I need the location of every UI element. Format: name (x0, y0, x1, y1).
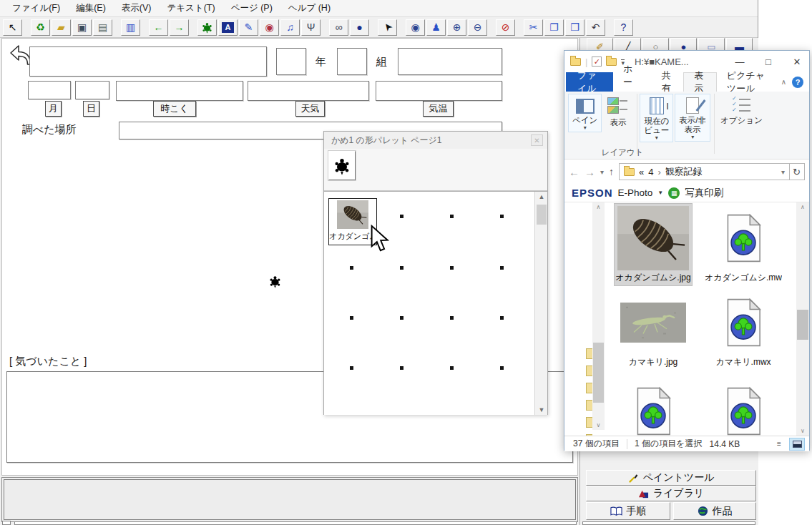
shape-slot[interactable] (400, 266, 403, 270)
open-file-button[interactable]: ▰ (52, 19, 71, 36)
pencil-line-button[interactable]: ╱ (615, 38, 641, 50)
weather-label-button[interactable]: 天気 (295, 101, 325, 117)
palette-close-button[interactable]: ✕ (531, 134, 543, 146)
menu-page[interactable]: ページ (P) (223, 0, 280, 16)
tree-folder-icon[interactable] (586, 417, 592, 428)
tab-ファイル[interactable]: ファイル (566, 72, 613, 92)
forward-icon[interactable]: → (584, 166, 595, 178)
record-tool-button[interactable]: Ψ (301, 19, 321, 36)
rect-filled-button[interactable]: ▬ (726, 38, 753, 50)
day-field[interactable] (75, 81, 109, 99)
cut-button[interactable]: ✂ (524, 19, 543, 36)
month-label-button[interactable]: 月 (45, 101, 62, 117)
scroll-thumb[interactable] (797, 310, 808, 340)
copy-button[interactable]: ❐ (544, 19, 564, 36)
file-item[interactable]: カマキリ.jpg (615, 288, 692, 370)
scroll-thumb[interactable] (537, 205, 547, 225)
details-view-button[interactable]: ≡ (771, 438, 787, 451)
prev-page-button[interactable]: ← (149, 19, 168, 36)
navigation-pane[interactable] (564, 202, 592, 436)
address-dropdown-icon[interactable]: ▾ (781, 168, 785, 176)
shape-slot[interactable] (450, 316, 454, 320)
shape-slot[interactable] (500, 266, 504, 270)
palette-scrollbar[interactable]: ▲ ▼ (534, 192, 547, 415)
tree-folder-icon[interactable] (586, 348, 592, 359)
shape-slot[interactable] (450, 266, 454, 270)
ellipse-outline-button[interactable]: ○ (642, 38, 669, 50)
tab-表示[interactable]: 表示 (683, 72, 717, 92)
temperature-label-button[interactable]: 気温 (423, 101, 454, 117)
shape-cell-pillbug[interactable]: オカダンゴムシ (328, 198, 377, 245)
title-field[interactable] (29, 46, 267, 77)
tab-ピクチャ ツール[interactable]: ピクチャ ツール (717, 72, 781, 92)
temperature-field[interactable] (376, 81, 502, 101)
ellipse-filled-button[interactable]: ● (670, 38, 697, 50)
tree-folder-icon[interactable] (586, 365, 592, 376)
web-tool-button[interactable]: ● (350, 19, 369, 36)
paint-pen-button[interactable]: ✐ (587, 38, 613, 50)
month-field[interactable] (28, 81, 71, 99)
stop-button[interactable]: ⊘ (496, 19, 515, 36)
weather-field[interactable] (248, 81, 369, 101)
tab-共有[interactable]: 共有 (652, 72, 684, 92)
crumb-current[interactable]: 観察記録 (665, 165, 703, 178)
shape-slot[interactable] (350, 366, 353, 370)
up-icon[interactable]: ↑ (609, 166, 614, 177)
draw-tool-button[interactable]: ✎ (239, 19, 258, 36)
file-item[interactable]: オカダンゴムシ.mwx (705, 204, 782, 285)
menu-help[interactable]: ヘルプ (H) (280, 0, 338, 16)
palette-turtle-tab[interactable] (328, 151, 356, 180)
show-hide-button[interactable]: 表示/非表示▾ (675, 94, 710, 142)
ephoto-menu[interactable]: E-Photo (618, 187, 653, 198)
works-button[interactable]: 作品 (673, 502, 756, 520)
shape-slot[interactable] (400, 215, 403, 218)
paint-tools-button[interactable]: ペイントツール (586, 470, 756, 486)
turtle-tool-button[interactable] (197, 19, 217, 36)
file-item[interactable] (705, 377, 782, 436)
scroll-up-icon[interactable]: ∧ (796, 204, 809, 210)
shape-slot[interactable] (500, 316, 504, 320)
zoom-out-button[interactable]: ⊖ (468, 19, 487, 36)
scroll-up-icon[interactable]: ▲ (535, 192, 547, 202)
save-file-button[interactable]: ▣ (72, 19, 92, 36)
day-label-button[interactable]: 日 (83, 101, 99, 117)
photo-print-icon[interactable]: ▦ (668, 187, 680, 199)
tab-ホーム[interactable]: ホーム (613, 72, 651, 92)
stamp-tool-button[interactable]: ♟ (426, 19, 446, 36)
close-button[interactable]: ✕ (785, 52, 809, 71)
back-icon[interactable]: ← (569, 166, 579, 178)
refresh-icon[interactable]: ↻ (789, 163, 805, 180)
crumb-parent[interactable]: 4 (648, 167, 653, 177)
folder-icon[interactable] (606, 58, 617, 66)
crumb-ellipsis[interactable]: « (639, 167, 644, 177)
maximize-button[interactable]: □ (756, 52, 781, 71)
page-panel-button[interactable]: ▥ (121, 19, 140, 36)
library-button[interactable]: ライブラリ (586, 486, 756, 501)
class-field[interactable] (337, 48, 367, 75)
file-item[interactable]: カマキリ.mwx (705, 288, 782, 370)
undo-button[interactable]: ↶ (586, 19, 605, 36)
rect-outline-button[interactable]: ▭ (698, 38, 725, 50)
ephoto-dropdown-icon[interactable]: ▼ (657, 190, 663, 196)
menu-edit[interactable]: 編集(E) (68, 0, 114, 16)
eye-tool-button[interactable]: ◉ (406, 19, 425, 36)
zoom-in-button[interactable]: ⊕ (447, 19, 466, 36)
pane-button[interactable]: ペイン▾ (568, 94, 602, 132)
music-tool-button[interactable]: ♫ (280, 19, 300, 36)
text-tool-button[interactable]: A (218, 19, 238, 36)
photo-print-button[interactable]: 写真印刷 (685, 187, 723, 200)
scroll-down-icon[interactable]: ∨ (592, 422, 605, 428)
scroll-down-icon[interactable]: ▼ (535, 405, 547, 415)
print-button[interactable]: ▤ (93, 19, 112, 36)
command-center[interactable] (4, 479, 576, 520)
palette-title-bar[interactable]: かめ1 の形パレット ページ1 ✕ (324, 132, 547, 149)
select-corner-button[interactable]: ↖ (3, 19, 22, 36)
time-field[interactable] (116, 81, 243, 101)
shape-slot[interactable] (500, 215, 504, 218)
menu-file[interactable]: ファイル(F) (4, 0, 68, 16)
shape-slot[interactable] (400, 316, 403, 320)
file-list-scrollbar[interactable]: ∧ ∨ (796, 202, 809, 436)
time-label-button[interactable]: 時こく (153, 101, 196, 117)
layout-view-button[interactable]: 表示 (603, 94, 633, 129)
pointer-tool-button[interactable]: ➤ (378, 19, 397, 36)
